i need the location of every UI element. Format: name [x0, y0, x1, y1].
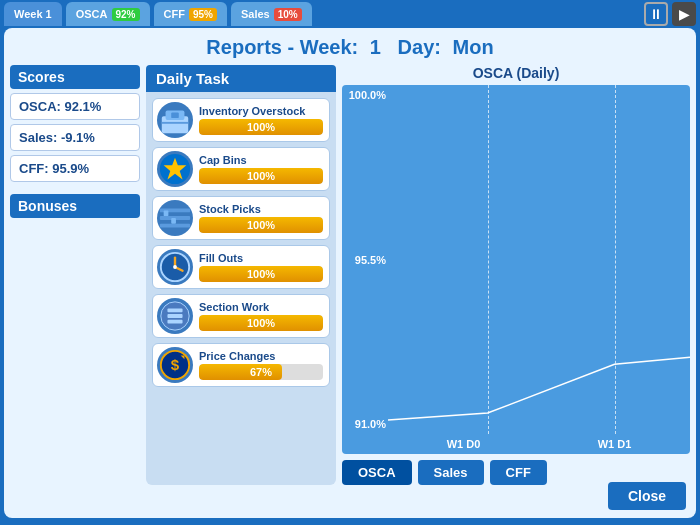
task-bar-container-1: 100% [199, 168, 323, 184]
task-bar-container-0: 100% [199, 119, 323, 135]
svg-rect-8 [160, 224, 190, 228]
task-label-3: Fill Outs [199, 252, 323, 264]
daily-task-panel: Daily Task Inventory Overstock100%Cap Bi… [146, 65, 336, 485]
tab-cff-badge: 95% [189, 8, 217, 21]
task-row-1[interactable]: Cap Bins100% [152, 147, 330, 191]
title-prefix: Reports - Week: [206, 36, 358, 58]
y-label-2: 91.0% [344, 418, 386, 430]
task-label-2: Stock Picks [199, 203, 323, 215]
task-bar-container-4: 100% [199, 315, 323, 331]
chart-y-labels: 100.0% 95.5% 91.0% [342, 85, 388, 434]
task-row-2[interactable]: Stock Picks100% [152, 196, 330, 240]
task-icon-2 [157, 200, 193, 236]
chart-panel: OSCA (Daily) 100.0% 95.5% 91.0% [342, 65, 690, 485]
y-label-1: 95.5% [344, 254, 386, 266]
tab-sales-badge: 10% [274, 8, 302, 21]
tab-sales-label: Sales [241, 8, 270, 20]
task-bar-text-3: 100% [199, 266, 323, 282]
scores-heading: Scores [10, 65, 140, 89]
svg-point-14 [173, 265, 177, 269]
svg-rect-2 [171, 112, 179, 118]
chart-btn-osca[interactable]: OSCA [342, 460, 412, 485]
svg-text:$: $ [171, 356, 180, 373]
task-row-3[interactable]: Fill Outs100% [152, 245, 330, 289]
task-label-5: Price Changes [199, 350, 323, 362]
task-bar-container-3: 100% [199, 266, 323, 282]
tab-week1[interactable]: Week 1 [4, 2, 62, 26]
title-day: Mon [453, 36, 494, 58]
svg-rect-18 [167, 308, 182, 312]
task-label-4: Section Work [199, 301, 323, 313]
chart-area: 100.0% 95.5% 91.0% W1 [342, 85, 690, 454]
task-bar-container-2: 100% [199, 217, 323, 233]
close-button[interactable]: Close [608, 482, 686, 510]
chart-title: OSCA (Daily) [342, 65, 690, 81]
task-bar-text-5: 67% [199, 364, 323, 380]
scores-panel: Scores OSCA: 92.1% Sales: -9.1% CFF: 95.… [10, 65, 140, 485]
y-label-0: 100.0% [344, 89, 386, 101]
task-row-5[interactable]: $Price Changes67% [152, 343, 330, 387]
x-label-0: W1 D0 [447, 438, 481, 450]
score-osca: OSCA: 92.1% [10, 93, 140, 120]
task-icon-3 [157, 249, 193, 285]
task-bar-text-1: 100% [199, 168, 323, 184]
svg-rect-3 [162, 122, 188, 124]
tab-sales[interactable]: Sales 10% [231, 2, 312, 26]
tab-osca-badge: 92% [112, 8, 140, 21]
task-row-0[interactable]: Inventory Overstock100% [152, 98, 330, 142]
task-icon-4 [157, 298, 193, 334]
pause-button[interactable]: ⏸ [644, 2, 668, 26]
task-icon-5: $ [157, 347, 193, 383]
svg-rect-17 [167, 314, 182, 318]
svg-rect-9 [164, 210, 169, 216]
task-bar-text-0: 100% [199, 119, 323, 135]
score-sales: Sales: -9.1% [10, 124, 140, 151]
x-label-1: W1 D1 [598, 438, 632, 450]
task-icon-1 [157, 151, 193, 187]
bonuses-heading: Bonuses [10, 194, 140, 218]
tab-osca-label: OSCA [76, 8, 108, 20]
report-title: Reports - Week: 1 Day: Mon [4, 28, 696, 65]
next-button[interactable]: ▶ [672, 2, 696, 26]
task-label-0: Inventory Overstock [199, 105, 323, 117]
score-cff: CFF: 95.9% [10, 155, 140, 182]
layout-row: Scores OSCA: 92.1% Sales: -9.1% CFF: 95.… [4, 65, 696, 485]
task-bar-text-4: 100% [199, 315, 323, 331]
title-week: 1 [370, 36, 381, 58]
tab-cff[interactable]: CFF 95% [154, 2, 227, 26]
task-bar-container-5: 67% [199, 364, 323, 380]
task-icon-0 [157, 102, 193, 138]
tab-week1-label: Week 1 [14, 8, 52, 20]
daily-task-title: Daily Task [146, 65, 336, 92]
svg-rect-16 [167, 320, 182, 324]
task-bar-text-2: 100% [199, 217, 323, 233]
svg-rect-10 [171, 218, 176, 224]
chart-btn-sales[interactable]: Sales [418, 460, 484, 485]
tab-osca[interactable]: OSCA 92% [66, 2, 150, 26]
task-row-4[interactable]: Section Work100% [152, 294, 330, 338]
daily-task-body: Inventory Overstock100%Cap Bins100%Stock… [146, 92, 336, 485]
chart-plot [388, 85, 690, 434]
chart-line-svg [388, 85, 690, 434]
chart-x-labels: W1 D0 W1 D1 [388, 434, 690, 454]
title-day-label: Day: [398, 36, 441, 58]
tab-cff-label: CFF [164, 8, 185, 20]
chart-btn-cff[interactable]: CFF [490, 460, 547, 485]
main-content: Reports - Week: 1 Day: Mon Scores OSCA: … [4, 28, 696, 518]
task-label-1: Cap Bins [199, 154, 323, 166]
top-bar: Week 1 OSCA 92% CFF 95% Sales 10% ⏸ ▶ [0, 0, 700, 28]
